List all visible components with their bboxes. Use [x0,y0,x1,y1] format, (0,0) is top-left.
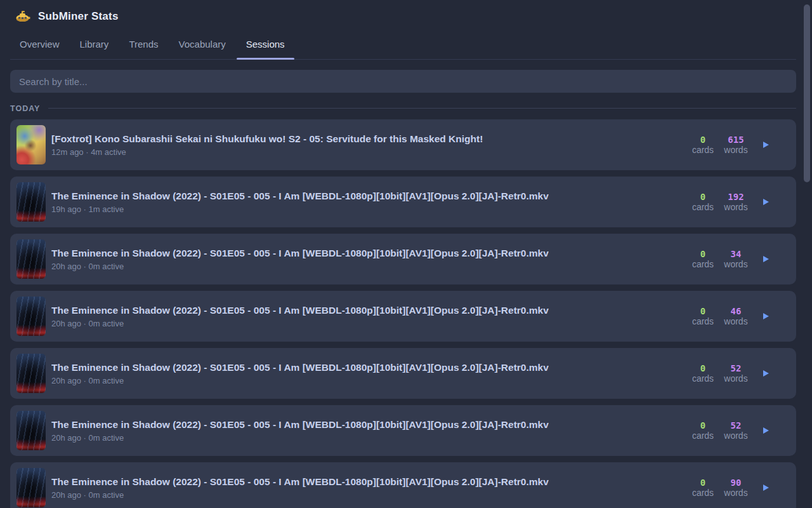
session-info: The Eminence in Shadow (2022) - S01E05 -… [51,361,549,385]
session-stats: 0 cards 90 words [688,478,773,498]
cards-label: cards [688,373,717,384]
session-title: The Eminence in Shadow (2022) - S01E05 -… [51,304,549,317]
resume-session-button[interactable] [758,309,773,324]
tab-sessions[interactable]: Sessions [237,32,294,59]
cards-stat: 0 cards [688,420,717,441]
cards-count: 0 [688,306,717,316]
cards-label: cards [688,202,717,213]
session-stats: 0 cards 34 words [688,249,773,270]
cards-count: 0 [688,363,717,373]
session-title: The Eminence in Shadow (2022) - S01E05 -… [51,361,549,374]
session-meta: 20h ago · 0m active [51,376,549,385]
words-count: 34 [721,249,750,259]
session-title: The Eminence in Shadow (2022) - S01E05 -… [51,418,549,431]
words-count: 192 [721,192,750,202]
resume-session-button[interactable] [758,251,773,267]
session-thumbnail [16,468,46,507]
section-label: TODAY [10,104,40,113]
words-count: 46 [721,306,750,316]
session-stats: 0 cards 192 words [688,192,773,213]
tab-trends[interactable]: Trends [119,32,167,59]
words-count: 52 [721,420,750,431]
session-stats: 0 cards 52 words [688,363,773,384]
session-thumbnail [16,297,46,336]
resume-session-button[interactable] [758,194,773,210]
play-icon [763,370,769,377]
cards-label: cards [688,316,717,327]
cards-label: cards [688,145,717,156]
session-meta: 19h ago · 1m active [51,204,549,214]
words-label: words [721,145,750,156]
search-wrap [10,70,796,93]
session-card[interactable]: The Eminence in Shadow (2022) - S01E05 -… [10,405,796,456]
session-stats: 0 cards 52 words [688,420,773,441]
cards-count: 0 [688,420,717,431]
session-list: [Foxtrot] Kono Subarashii Sekai ni Shuku… [10,119,796,508]
words-stat: 34 words [721,249,750,270]
session-info: The Eminence in Shadow (2022) - S01E05 -… [51,190,549,214]
session-meta: 20h ago · 0m active [51,433,549,443]
words-label: words [721,488,750,498]
session-stats: 0 cards 615 words [688,135,773,156]
words-stat: 52 words [721,420,750,441]
cards-label: cards [688,431,717,441]
session-thumbnail [16,182,46,222]
session-meta: 20h ago · 0m active [51,262,549,271]
words-stat: 615 words [721,135,750,156]
words-label: words [721,373,750,384]
session-info: The Eminence in Shadow (2022) - S01E05 -… [51,418,549,443]
session-title: The Eminence in Shadow (2022) - S01E05 -… [51,476,549,488]
play-icon [763,142,769,148]
session-card[interactable]: The Eminence in Shadow (2022) - S01E05 -… [10,348,796,399]
session-info: The Eminence in Shadow (2022) - S01E05 -… [51,247,549,271]
session-card[interactable]: [Foxtrot] Kono Subarashii Sekai ni Shuku… [10,119,796,170]
cards-stat: 0 cards [688,249,717,270]
cards-label: cards [688,259,717,270]
words-count: 90 [721,478,750,488]
session-info: The Eminence in Shadow (2022) - S01E05 -… [51,476,549,500]
tab-overview[interactable]: Overview [10,32,69,59]
cards-count: 0 [688,478,717,488]
tabbar: Overview Library Trends Vocabulary Sessi… [10,30,796,60]
session-thumbnail [16,411,46,450]
cards-label: cards [688,488,717,498]
session-thumbnail [16,239,46,279]
scrollbar-thumb[interactable] [804,4,810,182]
submarine-icon [15,9,30,24]
session-card[interactable]: The Eminence in Shadow (2022) - S01E05 -… [10,291,796,342]
tab-vocabulary[interactable]: Vocabulary [169,32,235,59]
section-rule [48,108,796,109]
words-label: words [721,202,750,213]
resume-session-button[interactable] [758,423,773,438]
cards-stat: 0 cards [688,192,717,213]
session-title: The Eminence in Shadow (2022) - S01E05 -… [51,247,549,260]
resume-session-button[interactable] [758,137,773,152]
cards-stat: 0 cards [688,363,717,384]
session-card[interactable]: The Eminence in Shadow (2022) - S01E05 -… [10,234,796,284]
cards-count: 0 [688,249,717,259]
resume-session-button[interactable] [758,480,773,495]
words-label: words [721,259,750,270]
words-count: 615 [721,135,750,145]
words-stat: 52 words [721,363,750,384]
session-card[interactable]: The Eminence in Shadow (2022) - S01E05 -… [10,462,796,508]
search-input[interactable] [10,70,796,93]
session-card[interactable]: The Eminence in Shadow (2022) - S01E05 -… [10,177,796,227]
words-stat: 192 words [721,192,750,213]
cards-count: 0 [688,135,717,145]
resume-session-button[interactable] [758,366,773,381]
session-stats: 0 cards 46 words [688,306,773,327]
play-icon [763,427,769,434]
session-meta: 12m ago · 4m active [51,147,483,157]
app-title: SubMiner Stats [38,10,119,23]
tab-library[interactable]: Library [70,32,119,59]
words-label: words [721,431,750,441]
play-icon [763,199,769,205]
session-title: The Eminence in Shadow (2022) - S01E05 -… [51,190,549,203]
page: SubMiner Stats Overview Library Trends V… [0,0,812,508]
cards-stat: 0 cards [688,306,717,327]
words-stat: 90 words [721,478,750,498]
words-label: words [721,316,750,327]
cards-stat: 0 cards [688,478,717,498]
session-info: The Eminence in Shadow (2022) - S01E05 -… [51,304,549,328]
